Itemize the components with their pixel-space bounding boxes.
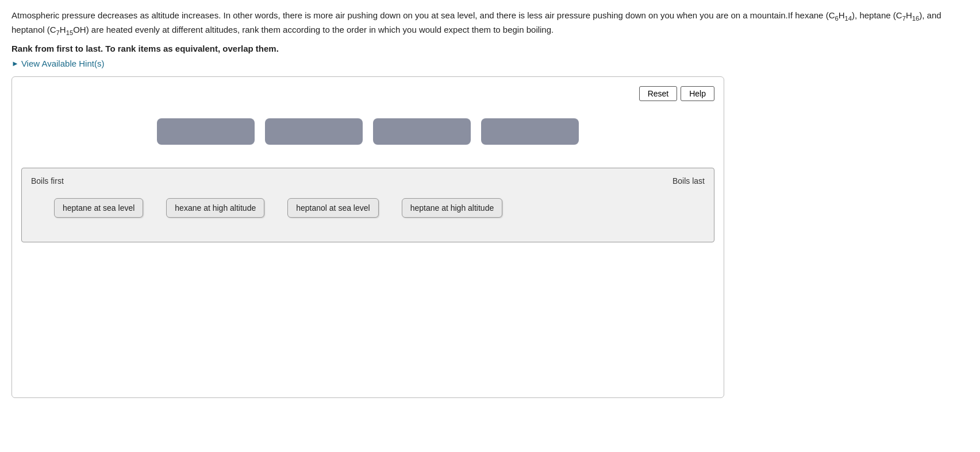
intro-paragraph: Atmospheric pressure decreases as altitu… [11, 9, 960, 38]
draggable-item-heptanol-sea[interactable]: heptanol at sea level [287, 198, 378, 218]
toolbar: Reset Help [21, 86, 714, 101]
help-button[interactable]: Help [681, 86, 714, 101]
boils-first-label: Boils first [31, 176, 64, 186]
drop-slot-1[interactable] [157, 118, 255, 145]
tray-items: heptane at sea level hexane at high alti… [31, 192, 705, 218]
hint-link-label: View Available Hint(s) [21, 59, 105, 68]
intro-text1: Atmospheric pressure decreases as altitu… [11, 10, 788, 20]
draggable-item-hexane-high[interactable]: hexane at high altitude [166, 198, 264, 218]
boils-last-label: Boils last [672, 176, 705, 186]
reset-button[interactable]: Reset [639, 86, 678, 101]
hint-link[interactable]: ► View Available Hint(s) [11, 59, 104, 68]
draggable-item-heptane-high[interactable]: heptane at high altitude [402, 198, 503, 218]
drop-zone-row [21, 118, 714, 145]
interaction-area: Reset Help Boils first Boils last heptan… [11, 76, 724, 398]
source-tray: Boils first Boils last heptane at sea le… [21, 168, 714, 242]
drop-slot-4[interactable] [481, 118, 579, 145]
draggable-item-heptane-sea[interactable]: heptane at sea level [54, 198, 143, 218]
drop-slot-2[interactable] [265, 118, 363, 145]
drop-slot-3[interactable] [373, 118, 471, 145]
hint-arrow-icon: ► [11, 59, 19, 68]
rank-instruction: Rank from first to last. To rank items a… [11, 44, 969, 53]
tray-labels: Boils first Boils last [31, 176, 705, 186]
